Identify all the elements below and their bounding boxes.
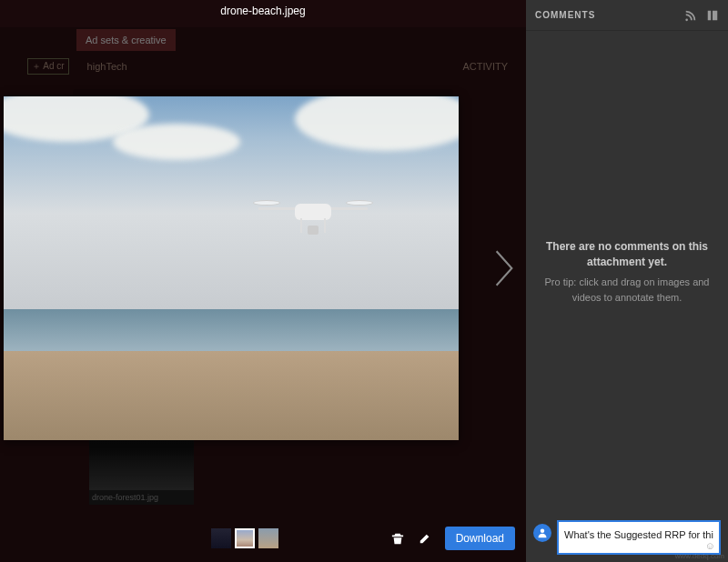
image-preview[interactable] [4, 96, 459, 440]
delete-icon[interactable] [390, 531, 405, 546]
download-button[interactable]: Download [445, 527, 515, 550]
comments-heading: COMMENTS [535, 10, 595, 20]
comment-input[interactable] [564, 529, 713, 540]
comments-panel: COMMENTS There are no comments on this a… [526, 0, 728, 562]
thumbnail-1[interactable] [211, 528, 231, 548]
rss-icon[interactable] [684, 9, 697, 22]
comment-input-container[interactable]: ☺ [557, 520, 721, 555]
comments-empty-tip: Pro tip: click and drag on images and vi… [544, 275, 710, 305]
comments-empty-title: There are no comments on this attachment… [544, 239, 710, 270]
attachment-viewer: drone-beach.jpeg [0, 0, 526, 562]
edit-icon[interactable] [418, 531, 432, 546]
next-arrow[interactable] [488, 232, 521, 305]
drone-illustration [258, 187, 368, 242]
thumbnail-strip [211, 528, 278, 548]
watermark: www.dedq.com [675, 552, 724, 560]
file-title: drone-beach.jpeg [220, 5, 305, 17]
emoji-icon[interactable]: ☺ [705, 540, 715, 551]
collapse-panel-icon[interactable] [706, 9, 719, 22]
avatar [533, 524, 551, 542]
thumbnail-3[interactable] [258, 528, 278, 548]
thumbnail-2-selected[interactable] [235, 528, 255, 548]
